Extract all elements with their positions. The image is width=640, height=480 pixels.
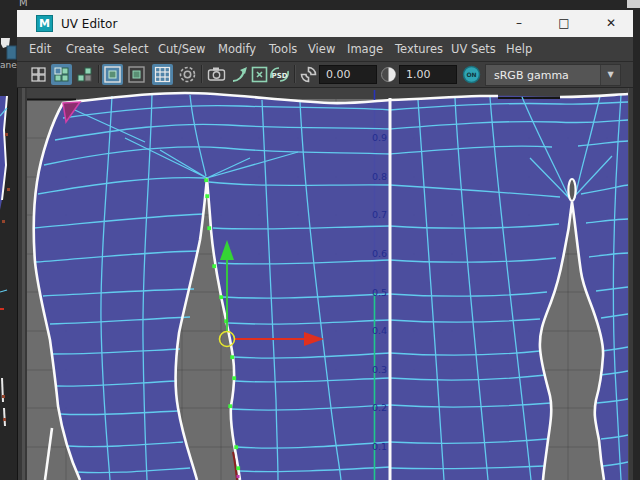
close-button[interactable]: ✕ (596, 10, 626, 37)
exposure-aperture-icon[interactable] (298, 64, 319, 85)
svg-text:0.6: 0.6 (372, 248, 387, 259)
menubar: Edit Create Select Cut/Sew Modify Tools … (17, 37, 633, 62)
svg-text:0.7: 0.7 (372, 209, 387, 220)
menu-image[interactable]: Image (347, 37, 383, 61)
menu-modify[interactable]: Modify (218, 37, 256, 61)
colorspace-on-toggle[interactable]: ON (461, 64, 482, 85)
colorspace-dropdown[interactable]: sRGB gamma ▼ (485, 64, 621, 86)
toolbar-separator (201, 65, 203, 83)
viewport-frame-left (18, 88, 27, 480)
background-window-fragment (627, 0, 640, 8)
gamma-input[interactable] (399, 65, 457, 84)
tile-x-icon[interactable] (249, 64, 270, 85)
svg-text:0.3: 0.3 (372, 364, 387, 375)
update-psd-icon[interactable]: PSD (268, 64, 289, 85)
uv-snapshot-camera-icon[interactable] (206, 64, 227, 85)
svg-text:0.1: 0.1 (372, 441, 387, 452)
toolbar-separator (98, 65, 100, 83)
shade-uvs-icon[interactable] (177, 64, 198, 85)
svg-text:0.5: 0.5 (372, 287, 387, 298)
background-menu-partial: M (19, 0, 28, 8)
flip-arrow-icon[interactable] (229, 64, 250, 85)
checkered-tiles-icon[interactable] (74, 64, 95, 85)
uv-viewport-canvas[interactable]: 0.9 0.8 0.7 0.6 0.5 0.4 0.3 0.2 0.1 (27, 88, 628, 480)
background-viewport-sliver (0, 30, 17, 480)
svg-text:0.4: 0.4 (372, 325, 387, 336)
chevron-down-icon[interactable]: ▼ (600, 65, 620, 85)
svg-text:ON: ON (466, 71, 476, 78)
menu-create[interactable]: Create (66, 37, 104, 61)
viewport-frame-right (628, 88, 633, 480)
menu-textures[interactable]: Textures (395, 37, 443, 61)
seam-uv-point (237, 475, 240, 478)
colorspace-value: sRGB gamma (486, 69, 600, 82)
menu-view[interactable]: View (308, 37, 335, 61)
v-axis-labels: 0.9 0.8 0.7 0.6 0.5 0.4 0.3 0.2 0.1 (372, 132, 387, 452)
shaded-tiles-icon[interactable] (51, 64, 72, 85)
svg-text:0.8: 0.8 (372, 171, 387, 182)
svg-text:0.9: 0.9 (372, 132, 387, 143)
image-border-off-icon[interactable] (126, 64, 147, 85)
maya-app-icon: M (36, 15, 53, 32)
exposure-input[interactable] (319, 65, 377, 84)
menu-tools[interactable]: Tools (269, 37, 297, 61)
menu-select[interactable]: Select (113, 37, 148, 61)
toolbar-separator (294, 65, 296, 83)
menu-cut-sew[interactable]: Cut/Sew (158, 37, 205, 61)
grid-tiles-icon[interactable] (28, 64, 49, 85)
toolbar: PSD ON sRGB gamma ▼ (17, 62, 633, 88)
svg-text:PSD: PSD (272, 72, 288, 80)
contrast-halfmoon-icon[interactable] (378, 64, 399, 85)
menu-uv-sets[interactable]: UV Sets (451, 37, 496, 61)
pixel-grid-icon[interactable] (152, 64, 173, 85)
image-border-on-icon[interactable] (102, 64, 123, 85)
menu-help[interactable]: Help (506, 37, 532, 61)
background-tool-icon (7, 46, 16, 59)
titlebar[interactable]: M UV Editor – □ ✕ (17, 10, 633, 37)
minimize-button[interactable]: – (504, 10, 534, 37)
window-title: UV Editor (61, 17, 117, 31)
svg-text:0.2: 0.2 (372, 402, 387, 413)
menu-edit[interactable]: Edit (29, 37, 51, 61)
maximize-button[interactable]: □ (549, 10, 579, 37)
